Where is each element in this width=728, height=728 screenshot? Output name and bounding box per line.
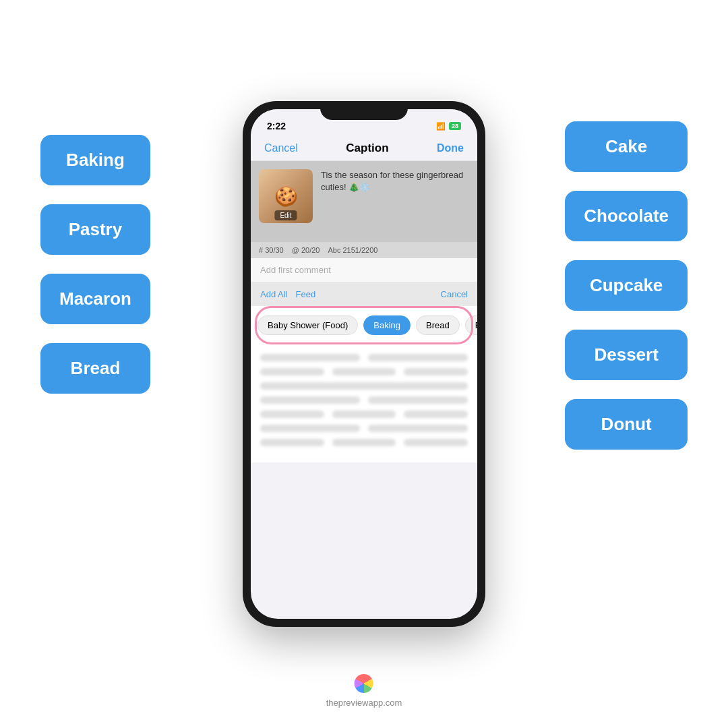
color-wheel-icon bbox=[355, 674, 373, 693]
right-tag-dessert[interactable]: Dessert bbox=[565, 330, 688, 380]
done-button[interactable]: Done bbox=[437, 142, 464, 154]
blur-row-4 bbox=[260, 396, 468, 404]
blur-row-3 bbox=[260, 382, 468, 390]
blurred-content-area bbox=[251, 344, 477, 462]
left-tag-pastry[interactable]: Pastry bbox=[40, 204, 150, 255]
add-all-button[interactable]: Add All bbox=[260, 289, 287, 299]
tag-pill-baby-shower[interactable]: Baby Shower (Food) bbox=[257, 315, 358, 335]
char-count: Abc 2151/2200 bbox=[328, 246, 377, 254]
blur-row-5 bbox=[260, 411, 468, 418]
status-icons: 📶 28 bbox=[436, 122, 461, 131]
nav-bar: Cancel Caption Done bbox=[251, 136, 477, 161]
blur-line bbox=[260, 396, 360, 404]
blur-line bbox=[368, 354, 468, 361]
post-area: 🍪 Edit Tis the season for these gingerbr… bbox=[251, 161, 477, 242]
left-tag-baking[interactable]: Baking bbox=[40, 135, 150, 185]
edit-label[interactable]: Edit bbox=[274, 210, 297, 220]
right-tag-chocolate[interactable]: Chocolate bbox=[565, 191, 688, 241]
post-caption: Tis the season for these gingerbread cut… bbox=[321, 169, 469, 193]
tag-pill-baking[interactable]: Baking bbox=[363, 315, 411, 335]
hashtag-count: # 30/30 bbox=[259, 246, 284, 254]
right-tag-cupcake[interactable]: Cupcake bbox=[565, 260, 688, 311]
blur-line bbox=[332, 411, 396, 418]
left-tags-container: Baking Pastry Macaron Bread bbox=[40, 135, 150, 394]
right-tags-container: Cake Chocolate Cupcake Dessert Donut bbox=[565, 121, 688, 450]
blur-line bbox=[260, 411, 324, 418]
tag-pill-bread[interactable]: Bread bbox=[416, 315, 460, 335]
tag-row-scroll[interactable]: Baby Shower (Food) Baking Bread Breakfas… bbox=[251, 310, 477, 340]
phone-screen: 2:22 📶 28 Cancel Caption Done 🍪 Edit Tis… bbox=[251, 109, 477, 619]
blur-line bbox=[260, 439, 324, 446]
blur-line bbox=[260, 354, 360, 361]
blur-line bbox=[368, 396, 468, 404]
blur-line bbox=[404, 411, 468, 418]
tag-pill-breakfast[interactable]: Breakfast bbox=[465, 315, 477, 335]
blur-line bbox=[404, 368, 468, 375]
blur-row-2 bbox=[260, 368, 468, 375]
mention-count: @ 20/20 bbox=[292, 246, 320, 254]
phone-container: 2:22 📶 28 Cancel Caption Done 🍪 Edit Tis… bbox=[243, 101, 485, 627]
app-logo bbox=[354, 673, 374, 694]
feed-button[interactable]: Feed bbox=[295, 289, 315, 299]
blur-line bbox=[368, 425, 468, 432]
blur-line bbox=[404, 439, 468, 446]
right-tag-donut[interactable]: Donut bbox=[565, 399, 688, 450]
tag-row-wrapper: Baby Shower (Food) Baking Bread Breakfas… bbox=[251, 306, 477, 344]
app-footer: thepreviewapp.com bbox=[326, 673, 402, 708]
blur-line bbox=[260, 425, 360, 432]
add-all-bar: Add All Feed Cancel bbox=[251, 282, 477, 306]
blur-row-7 bbox=[260, 439, 468, 446]
battery-icon: 28 bbox=[449, 122, 461, 130]
caption-title: Caption bbox=[346, 142, 388, 155]
blur-line bbox=[332, 439, 396, 446]
stats-bar: # 30/30 @ 20/20 Abc 2151/2200 bbox=[251, 242, 477, 258]
comment-area[interactable]: Add first comment bbox=[251, 258, 477, 282]
wifi-icon: 📶 bbox=[436, 122, 446, 131]
blur-line bbox=[260, 382, 468, 390]
left-tag-bread[interactable]: Bread bbox=[40, 343, 150, 394]
left-tag-macaron[interactable]: Macaron bbox=[40, 274, 150, 324]
phone-shell: 2:22 📶 28 Cancel Caption Done 🍪 Edit Tis… bbox=[243, 101, 485, 627]
blur-row-1 bbox=[260, 354, 468, 361]
cancel-button[interactable]: Cancel bbox=[264, 142, 298, 154]
blur-row-6 bbox=[260, 425, 468, 432]
blur-line bbox=[332, 368, 396, 375]
blur-line bbox=[260, 368, 324, 375]
cancel-small-button[interactable]: Cancel bbox=[441, 289, 468, 299]
app-domain: thepreviewapp.com bbox=[326, 698, 402, 708]
post-image[interactable]: 🍪 Edit bbox=[259, 169, 313, 223]
right-tag-cake[interactable]: Cake bbox=[565, 121, 688, 172]
status-time: 2:22 bbox=[267, 121, 286, 131]
phone-notch bbox=[320, 101, 408, 120]
